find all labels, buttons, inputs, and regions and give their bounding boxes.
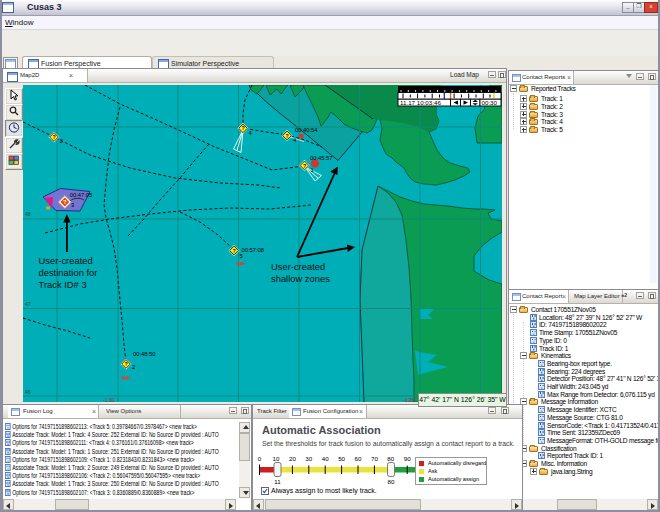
svg-text:5: 5	[240, 253, 243, 259]
svg-text:47: 47	[25, 301, 31, 307]
svg-text:10: 10	[273, 455, 280, 462]
svg-text:30: 30	[305, 455, 312, 462]
svg-text:70: 70	[371, 455, 378, 462]
svg-text:-1:26: -1:26	[403, 397, 415, 403]
svg-text:00:30: 00:30	[482, 99, 498, 106]
svg-text:11: 11	[274, 478, 281, 485]
svg-text:destination for: destination for	[39, 267, 98, 278]
svg-text:?: ?	[241, 125, 244, 131]
svg-text:0: 0	[258, 455, 262, 462]
svg-text:Track ID# 3: Track ID# 3	[39, 279, 87, 290]
svg-text:User-created: User-created	[271, 261, 325, 272]
svg-text:00:48:50: 00:48:50	[133, 351, 156, 357]
svg-text:shallow zones: shallow zones	[271, 273, 330, 284]
svg-text:40: 40	[322, 455, 329, 462]
svg-text:1: 1	[311, 167, 314, 173]
svg-text:?: ?	[52, 134, 55, 140]
svg-text:?: ?	[232, 248, 235, 254]
svg-text:50: 50	[338, 455, 345, 462]
svg-text:2: 2	[60, 138, 63, 144]
svg-text:46: 46	[25, 389, 31, 395]
svg-text:20: 20	[289, 455, 296, 462]
svg-text:60: 60	[355, 455, 362, 462]
svg-text:?: ?	[285, 133, 288, 139]
svg-text:User-created: User-created	[39, 255, 93, 266]
svg-text:-1:30: -1:30	[103, 397, 115, 403]
svg-text:3: 3	[71, 202, 74, 208]
svg-text:00:47:05: 00:47:05	[70, 192, 93, 198]
svg-text:90: 90	[404, 455, 411, 462]
svg-text:11.17 10:03:46: 11.17 10:03:46	[400, 99, 441, 106]
svg-text:?: ?	[124, 361, 127, 367]
svg-text:00:57:08: 00:57:08	[242, 247, 265, 253]
svg-text:?: ?	[63, 199, 67, 205]
svg-text:?: ?	[303, 163, 306, 169]
svg-text:00:40:54: 00:40:54	[295, 127, 318, 133]
svg-text:80: 80	[388, 478, 395, 485]
svg-text:80: 80	[387, 455, 394, 462]
svg-text:2: 2	[132, 364, 135, 370]
svg-text:00:45:57: 00:45:57	[310, 155, 333, 161]
svg-text:48: 48	[25, 211, 31, 217]
